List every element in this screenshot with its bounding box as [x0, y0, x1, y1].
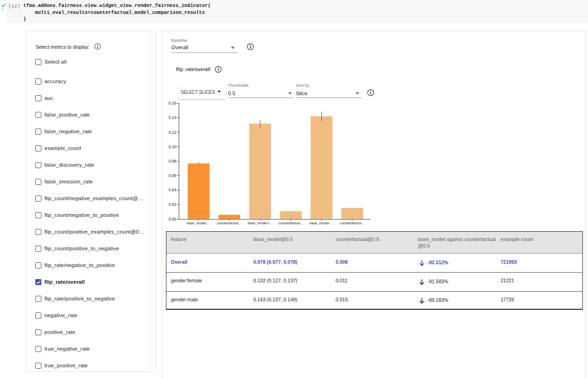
svg-text:0.06: 0.06	[169, 173, 177, 178]
svg-text:0.04: 0.04	[169, 188, 177, 192]
svg-text:counterfactua…: counterfactua…	[278, 221, 304, 225]
svg-text:counterfactua…: counterfactua…	[340, 221, 365, 225]
svg-text:0.08: 0.08	[169, 159, 177, 163]
svg-text:0.12: 0.12	[169, 130, 177, 135]
svg-text:base_model-f…: base_model-f…	[248, 221, 273, 225]
svg-text:0.14: 0.14	[169, 115, 177, 120]
svg-text:0.00: 0.00	[169, 217, 177, 222]
svg-text:0.02: 0.02	[169, 202, 177, 207]
svg-text:base_model-…: base_model-…	[187, 221, 211, 225]
svg-text:base_model-…: base_model-…	[310, 221, 334, 225]
svg-text:0.16: 0.16	[169, 101, 177, 105]
svg-text:0.10: 0.10	[169, 144, 177, 149]
svg-text:counterfactua…: counterfactua…	[217, 221, 242, 225]
